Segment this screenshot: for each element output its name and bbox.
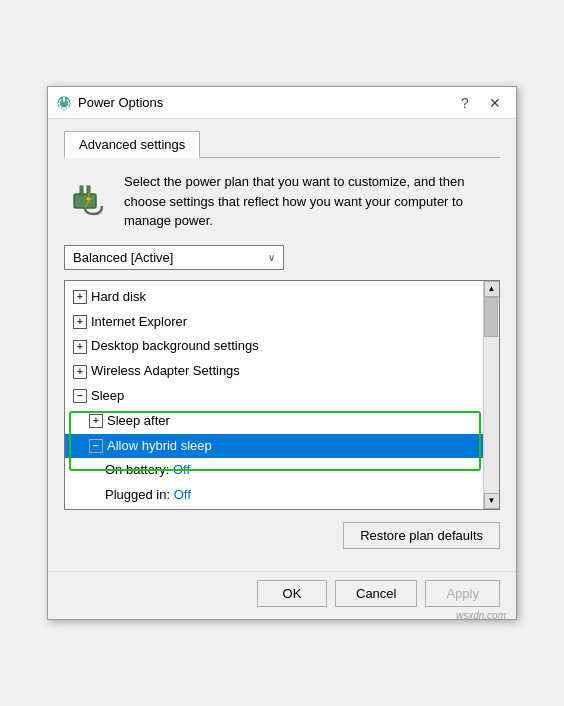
- tree-label-sleep-after: Sleep after: [107, 411, 170, 432]
- tree-item-internet-explorer[interactable]: + Internet Explorer: [65, 310, 483, 335]
- tab-bar: Advanced settings: [64, 131, 500, 158]
- restore-row: Restore plan defaults: [64, 522, 500, 549]
- tree-item-sleep-after[interactable]: + Sleep after: [65, 409, 483, 434]
- tree-label-hard-disk: Hard disk: [91, 287, 146, 308]
- restore-plan-defaults-button[interactable]: Restore plan defaults: [343, 522, 500, 549]
- window-icon: [56, 95, 72, 111]
- tree-label-allow-hybrid-sleep: Allow hybrid sleep: [107, 436, 212, 457]
- tree-scrollbar[interactable]: ▲ ▼: [483, 281, 499, 509]
- svg-rect-3: [80, 186, 83, 196]
- info-section: Select the power plan that you want to c…: [64, 172, 500, 231]
- tree-item-sleep[interactable]: − Sleep: [65, 384, 483, 409]
- tree-item-wireless-adapter[interactable]: + Wireless Adapter Settings: [65, 359, 483, 384]
- tree-item-hard-disk[interactable]: + Hard disk: [65, 285, 483, 310]
- cancel-button[interactable]: Cancel: [335, 580, 417, 607]
- tree-item-desktop-background[interactable]: + Desktop background settings: [65, 334, 483, 359]
- power-plan-icon: [64, 172, 112, 220]
- plugged-in-value: Off: [174, 487, 191, 502]
- dialog-footer: OK Cancel Apply: [48, 571, 516, 619]
- dropdown-arrow-icon: ∨: [268, 252, 275, 263]
- tab-advanced-settings[interactable]: Advanced settings: [64, 131, 200, 158]
- tree-item-plugged-in[interactable]: Plugged in: Off: [65, 483, 483, 508]
- help-button[interactable]: ?: [452, 93, 478, 113]
- tree-label-on-battery: On battery: Off: [105, 460, 190, 481]
- expand-icon-internet-explorer: +: [73, 315, 87, 329]
- window-title: Power Options: [78, 95, 163, 110]
- close-button[interactable]: ✕: [482, 93, 508, 113]
- tree-item-allow-hybrid-sleep[interactable]: − Allow hybrid sleep: [65, 434, 483, 459]
- title-bar-left: Power Options: [56, 95, 163, 111]
- expand-icon-wireless-adapter: +: [73, 365, 87, 379]
- on-battery-value: Off: [173, 462, 190, 477]
- plan-dropdown[interactable]: Balanced [Active] ∨: [64, 245, 284, 270]
- info-description: Select the power plan that you want to c…: [124, 172, 500, 231]
- tree-label-plugged-in: Plugged in: Off: [105, 485, 191, 506]
- tree-item-hibernate-after[interactable]: + Hibernate after: [65, 508, 483, 509]
- apply-button[interactable]: Apply: [425, 580, 500, 607]
- expand-icon-sleep: −: [73, 389, 87, 403]
- title-bar: Power Options ? ✕: [48, 87, 516, 119]
- tree-label-internet-explorer: Internet Explorer: [91, 312, 187, 333]
- scroll-track: [484, 297, 499, 493]
- scroll-up-arrow[interactable]: ▲: [484, 281, 500, 297]
- power-options-window: Power Options ? ✕ Advanced settings: [47, 86, 517, 620]
- svg-rect-2: [74, 194, 96, 208]
- watermark: wsxdn.com: [456, 610, 506, 621]
- expand-icon-hard-disk: +: [73, 290, 87, 304]
- svg-rect-1: [63, 97, 65, 102]
- title-bar-controls: ? ✕: [452, 93, 508, 113]
- ok-button[interactable]: OK: [257, 580, 327, 607]
- expand-icon-allow-hybrid-sleep: −: [89, 439, 103, 453]
- tree-label-wireless-adapter: Wireless Adapter Settings: [91, 361, 240, 382]
- scroll-thumb[interactable]: [484, 297, 498, 337]
- dropdown-value: Balanced [Active]: [73, 250, 173, 265]
- dialog-content: Advanced settings Select the power plan …: [48, 119, 516, 571]
- tree-items: + Hard disk + Internet Explorer + Deskto…: [65, 281, 483, 509]
- tree-label-sleep: Sleep: [91, 386, 124, 407]
- expand-icon-sleep-after: +: [89, 414, 103, 428]
- plan-dropdown-section: Balanced [Active] ∨: [64, 245, 500, 270]
- tree-item-on-battery[interactable]: On battery: Off: [65, 458, 483, 483]
- tree-label-desktop-background: Desktop background settings: [91, 336, 259, 357]
- expand-icon-desktop-background: +: [73, 340, 87, 354]
- scroll-down-arrow[interactable]: ▼: [484, 493, 500, 509]
- settings-tree: + Hard disk + Internet Explorer + Deskto…: [64, 280, 500, 510]
